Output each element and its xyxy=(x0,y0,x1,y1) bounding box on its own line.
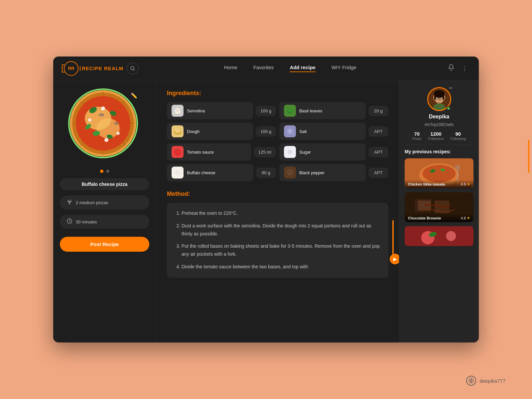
ingredient-name-dough: Dough xyxy=(187,129,200,134)
ingredients-left-col: Semolina 100 g xyxy=(167,102,276,181)
ingredient-row-basil: Basil leaves 20 g xyxy=(279,102,388,119)
recipe-card-1-rating: 4.9 ★ xyxy=(461,182,470,186)
recipe-card-3[interactable] xyxy=(405,226,473,246)
ingredient-thumb-tomato xyxy=(172,146,184,158)
ingredient-row-semolina: Semolina 100 g xyxy=(167,102,276,119)
recipe-image-container: ✏️ xyxy=(68,88,141,162)
svg-point-36 xyxy=(178,173,179,174)
recipe-card-3-image xyxy=(405,226,473,246)
ingredient-card-semolina: Semolina xyxy=(167,102,253,119)
nav-favorites[interactable]: Favorites xyxy=(253,65,274,72)
app-name: RECIPE REALM xyxy=(82,66,123,71)
recipe-image xyxy=(68,88,138,158)
ingredient-row-sugar: Sugar APT xyxy=(279,143,388,161)
divider xyxy=(405,145,473,145)
notification-button[interactable] xyxy=(448,64,455,73)
dot-1[interactable] xyxy=(100,170,103,173)
svg-rect-78 xyxy=(405,226,473,246)
svg-point-33 xyxy=(175,150,180,155)
recipe-card-1[interactable]: Chicken tikka masala 4.9 ★ xyxy=(405,158,473,188)
svg-point-22 xyxy=(104,138,108,142)
recipe-name-badge: Buffalo cheese pizza xyxy=(60,178,149,190)
svg-point-21 xyxy=(116,132,120,135)
method-step-4: Divide the tomato sauce between the two … xyxy=(182,263,380,271)
amount-sugar: APT xyxy=(368,147,388,157)
next-arrow-button[interactable]: ▶ xyxy=(390,254,399,264)
previous-recipes-title: My previous recipes: xyxy=(405,149,451,154)
edit-avatar-icon[interactable]: ✏ xyxy=(449,86,453,90)
recipe-card-2-name: Chocolate Brownie xyxy=(408,216,441,220)
ingredient-row-cheese: Buffalo cheese 80 g xyxy=(167,164,276,181)
star-icon-2: ★ xyxy=(467,216,470,220)
svg-point-34 xyxy=(175,170,181,176)
watermark-text: deepika777 xyxy=(479,378,505,384)
ingredient-card-tomato: Tomato sauce xyxy=(167,143,251,161)
stat-following: 90 Following xyxy=(451,131,466,141)
followers-label: Followers xyxy=(428,137,444,141)
ingredient-thumb-semolina xyxy=(172,105,184,117)
svg-point-40 xyxy=(287,128,293,134)
post-recipe-button[interactable]: Post Recipe xyxy=(60,237,149,252)
amount-basil: 20 g xyxy=(368,106,388,116)
method-section: Method: Preheat the oven to 220°C. Dust … xyxy=(167,191,388,278)
watermark-icon xyxy=(466,376,476,386)
svg-point-63 xyxy=(439,100,440,101)
svg-point-20 xyxy=(88,118,91,122)
profile-stats: 70 Posts 1200 Followers 90 Following xyxy=(405,131,473,141)
more-options-button[interactable]: ⋮ xyxy=(462,65,468,72)
nav-home[interactable]: Home xyxy=(224,65,237,72)
ingredient-card-salt: Salt xyxy=(279,123,366,140)
ingredient-thumb-dough xyxy=(172,125,184,137)
profile-handle: #InTop100Chefs xyxy=(425,122,454,127)
posts-count: 70 xyxy=(414,131,420,137)
ingredient-name-cheese: Buffalo cheese xyxy=(187,170,215,175)
nav-add-recipe[interactable]: Add recipe xyxy=(290,65,316,72)
svg-point-41 xyxy=(289,130,290,131)
profile-area: ✏ Deepika #InTop100Chefs 70 Posts 1200 F… xyxy=(405,87,473,141)
star-icon-1: ★ xyxy=(467,182,470,186)
search-icon xyxy=(130,66,135,71)
center-panel: Ingredients: xyxy=(156,80,399,342)
method-step-1: Preheat the oven to 220°C. xyxy=(182,209,380,217)
watermark: deepika777 xyxy=(466,376,505,386)
ingredients-right-col: Basil leaves 20 g xyxy=(279,102,388,181)
following-count: 90 xyxy=(455,131,461,137)
followers-count: 1200 xyxy=(430,131,441,137)
main-nav: Home Favorites Add recipe WIY Fridge xyxy=(147,65,434,72)
stat-followers: 1200 Followers xyxy=(428,131,444,141)
svg-point-19 xyxy=(101,106,105,110)
ingredient-card-sugar: Sugar xyxy=(279,143,366,161)
recipe-card-2[interactable]: Chocolate Brownie 4.8 ★ xyxy=(405,192,473,222)
avatar-container: ✏ xyxy=(427,87,451,111)
ingredient-card-basil: Basil leaves xyxy=(279,102,366,119)
header: RR RECIPE REALM Home Favorites Add recip… xyxy=(53,57,479,80)
dot-2[interactable] xyxy=(106,170,109,173)
svg-point-52 xyxy=(291,173,291,173)
logo-area: RR RECIPE REALM xyxy=(64,61,139,76)
amount-pepper: APT xyxy=(368,168,388,178)
search-button[interactable] xyxy=(127,63,139,74)
recipe-card-1-name: Chicken tikka masala xyxy=(408,182,445,186)
nav-wiy-fridge[interactable]: WIY Fridge xyxy=(332,65,356,72)
pizza-svg xyxy=(70,90,136,157)
posts-label: Posts xyxy=(412,137,422,141)
svg-line-1 xyxy=(134,69,135,70)
app-container: RR RECIPE REALM Home Favorites Add recip… xyxy=(53,57,479,342)
ingredient-row-tomato: Tomato sauce 125 ml xyxy=(167,143,276,161)
image-carousel-dots xyxy=(100,170,109,173)
ingredient-card-pepper: Black pepper xyxy=(279,164,366,181)
method-box: Preheat the oven to 220°C. Dust a work s… xyxy=(167,203,388,278)
method-title: Method: xyxy=(167,191,388,198)
ingredient-thumb-sugar xyxy=(284,146,296,158)
amount-semolina: 100 g xyxy=(256,106,276,116)
method-container: Preheat the oven to 220°C. Dust a work s… xyxy=(167,203,388,278)
time-text: 30 minutes xyxy=(76,219,97,224)
ingredient-name-semolina: Semolina xyxy=(187,108,205,113)
profile-name: Deepika xyxy=(429,114,449,120)
ingredient-row-salt: Salt APT xyxy=(279,123,388,140)
online-status-dot xyxy=(447,106,451,110)
ingredient-card-dough: Dough xyxy=(167,123,253,140)
recipe-card-1-overlay: Chicken tikka masala 4.9 ★ xyxy=(405,180,473,188)
svg-point-80 xyxy=(446,231,456,241)
edit-image-icon[interactable]: ✏️ xyxy=(131,92,137,99)
